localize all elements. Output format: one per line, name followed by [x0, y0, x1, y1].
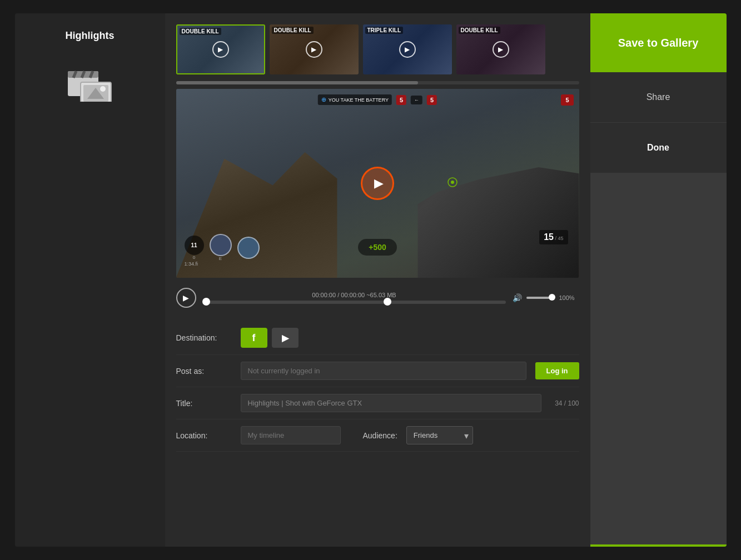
time-current: 00:00:00: [312, 292, 336, 298]
volume-percentage: 100%: [559, 294, 579, 301]
destination-label: Destination:: [176, 333, 232, 342]
video-player[interactable]: ⊕ YOU TAKE THE BATTERY 5 ← 5 5 11 0 E: [176, 89, 579, 278]
share-button[interactable]: Share: [590, 72, 727, 123]
clip-thumb-4[interactable]: DOUBLE KILL ▶: [456, 24, 545, 74]
location-audience-row: Location: Audience: Friends Public Only …: [176, 419, 579, 452]
title-input[interactable]: [241, 394, 542, 412]
audience-label: Audience:: [363, 431, 397, 440]
hud-avatar-2: [237, 237, 260, 259]
title-row: Title: 34 / 100: [176, 387, 579, 419]
hud-avatar-1: [210, 234, 232, 256]
clip-label-2: DOUBLE KILL: [272, 27, 314, 34]
hud-score-box: 5: [396, 95, 406, 105]
location-input[interactable]: [241, 426, 341, 444]
clip-play-1[interactable]: ▶: [212, 41, 229, 58]
destination-buttons: f ▶: [241, 328, 299, 348]
svg-point-8: [100, 86, 106, 92]
hud-objective: ⊕ YOU TAKE THE BATTERY: [318, 94, 392, 105]
save-to-gallery-button[interactable]: Save to Gallery: [590, 13, 727, 72]
sidebar-title: Highlights: [66, 30, 115, 42]
right-panel: Save to Gallery Share Done: [590, 13, 727, 547]
post-as-input[interactable]: [241, 362, 526, 380]
timeline-track[interactable]: [203, 301, 506, 304]
sidebar: Highlights: [15, 13, 165, 547]
clip-label-1: DOUBLE KILL: [180, 28, 221, 35]
timeline-handle-left[interactable]: [202, 298, 210, 306]
hud-bottom-left: 11 0 E: [185, 234, 260, 261]
audience-select[interactable]: Friends Public Only Me: [406, 426, 473, 444]
hud-ammo-display: 15 / 45: [539, 230, 568, 244]
svg-point-10: [451, 181, 454, 184]
clip-label-4: DOUBLE KILL: [459, 27, 500, 34]
volume-handle[interactable]: [549, 294, 555, 301]
hud-top: ⊕ YOU TAKE THE BATTERY 5 ← 5: [318, 94, 437, 105]
clip-thumb-2[interactable]: DOUBLE KILL ▶: [270, 24, 359, 74]
hud-timer: 1:34.fi: [185, 261, 198, 267]
clip-thumb-1[interactable]: DOUBLE KILL ▶: [176, 24, 265, 74]
hud-crosshair-icon: [447, 177, 458, 190]
clip-play-3[interactable]: ▶: [399, 41, 416, 58]
player-controls: ▶ 00:00:00 / 00:00:00 ~65.03 MB 🔊: [176, 283, 579, 312]
char-count: 34 / 100: [555, 399, 579, 407]
clip-thumb-3[interactable]: TRIPLE KILL ▶: [363, 24, 452, 74]
hud-health: 11: [185, 236, 204, 255]
clip-label-3: TRIPLE KILL: [365, 27, 404, 34]
hud-minimap: +500: [358, 239, 397, 256]
hud-score-right: 5: [561, 94, 573, 106]
location-label: Location:: [176, 431, 232, 440]
post-as-label: Post as:: [176, 367, 232, 376]
right-panel-bottom: [590, 173, 727, 547]
play-button[interactable]: ▶: [176, 288, 196, 308]
clips-row: DOUBLE KILL ▶ DOUBLE KILL ▶ TRIPLE KILL …: [176, 24, 579, 74]
timeline-handle-right[interactable]: [384, 298, 391, 306]
clip-play-2[interactable]: ▶: [306, 41, 322, 58]
clip-play-4[interactable]: ▶: [493, 41, 509, 58]
done-button[interactable]: Done: [590, 123, 727, 173]
facebook-icon: f: [252, 332, 256, 344]
hud-arrow: ←: [411, 96, 422, 104]
accent-bar: [590, 544, 727, 547]
hud-score-box-2: 5: [427, 95, 437, 105]
facebook-button[interactable]: f: [241, 328, 267, 348]
form-section: Destination: f ▶ Post as: Log in Titl: [176, 321, 579, 452]
app-container: Highlights: [15, 13, 727, 547]
file-size-value: ~65.03 MB: [366, 292, 396, 298]
clips-scrollbar[interactable]: [176, 81, 579, 84]
volume-container: 🔊 100%: [513, 293, 579, 302]
film-icon: [62, 58, 118, 103]
title-label: Title:: [176, 399, 232, 408]
youtube-button[interactable]: ▶: [272, 328, 299, 348]
timeline-container: 00:00:00 / 00:00:00 ~65.03 MB: [203, 292, 506, 304]
time-total: 00:00:00: [341, 292, 365, 298]
volume-icon: 🔊: [513, 293, 522, 302]
video-play-overlay[interactable]: [361, 167, 394, 200]
volume-track[interactable]: [526, 297, 555, 299]
clips-scrollbar-thumb: [176, 81, 418, 84]
login-button[interactable]: Log in: [535, 362, 579, 379]
destination-row: Destination: f ▶: [176, 321, 579, 355]
audience-select-wrapper: Friends Public Only Me: [406, 426, 473, 444]
main-content: DOUBLE KILL ▶ DOUBLE KILL ▶ TRIPLE KILL …: [165, 13, 590, 547]
youtube-icon: ▶: [282, 333, 289, 343]
timeline-info: 00:00:00 / 00:00:00 ~65.03 MB: [203, 292, 506, 298]
post-as-row: Post as: Log in: [176, 355, 579, 387]
